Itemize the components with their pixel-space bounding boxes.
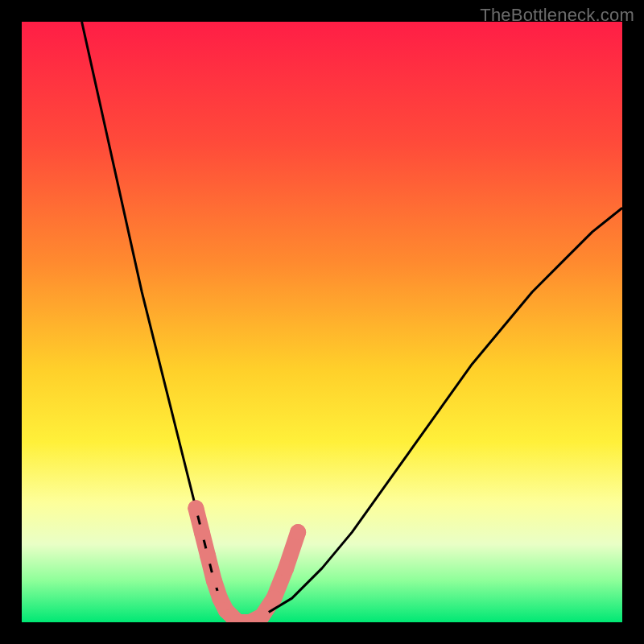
- data-marker: [194, 524, 210, 540]
- chart-frame: TheBottleneck.com: [0, 0, 644, 644]
- bottleneck-chart: [22, 22, 622, 622]
- data-marker: [290, 524, 306, 540]
- watermark-label: TheBottleneck.com: [480, 5, 634, 26]
- data-marker: [266, 590, 282, 606]
- data-marker: [206, 572, 222, 588]
- gradient-background: [22, 22, 622, 622]
- data-marker: [278, 560, 294, 576]
- plot-area: [22, 22, 622, 622]
- data-marker: [200, 548, 216, 564]
- data-marker: [188, 500, 204, 516]
